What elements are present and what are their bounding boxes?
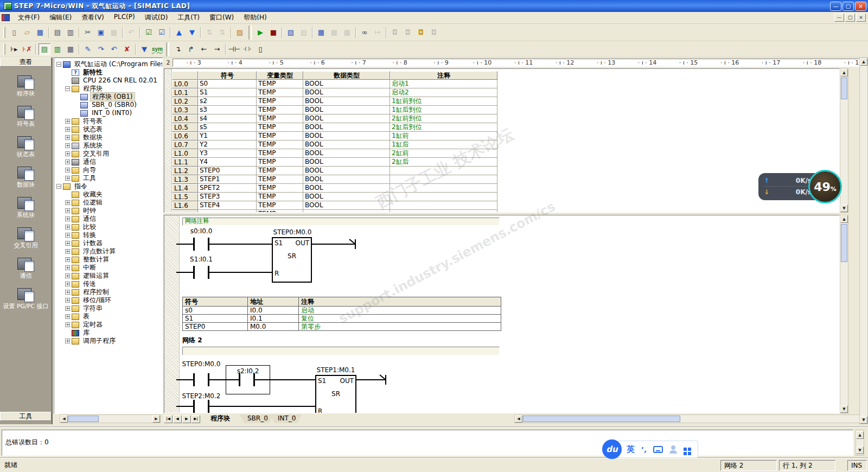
row-header[interactable]: L0.2	[172, 97, 198, 106]
cell-var_type[interactable]: TEMP	[257, 106, 303, 114]
lock-password-icon[interactable]: ◘	[415, 27, 427, 39]
cell-comment[interactable]	[390, 210, 497, 213]
cell-data_type[interactable]: BOOL	[303, 106, 390, 114]
acceleration-percent-dial[interactable]: 49 %	[808, 170, 842, 203]
tree-item[interactable]: +计数器	[56, 239, 162, 247]
expand-plus-icon[interactable]: +	[65, 216, 70, 221]
menu-item-6[interactable]: 窗口(W)	[205, 12, 239, 23]
tree-item[interactable]: +向导	[56, 166, 162, 174]
menu-item-4[interactable]: 调试(D)	[140, 12, 173, 23]
sidebar-item-data-block[interactable]: 数据块	[0, 165, 52, 188]
tree-item[interactable]: +逻辑运算	[56, 272, 162, 280]
ime-logo-icon[interactable]: du	[602, 439, 622, 459]
menu-item-2[interactable]: 查看(V)	[76, 12, 109, 23]
menu-item-0[interactable]: 文件(F)	[13, 12, 44, 23]
cell-comment[interactable]	[390, 193, 497, 201]
run-icon[interactable]: ▶	[254, 27, 266, 39]
tree-item[interactable]: CPU 226 CN REL 02.01	[56, 76, 162, 85]
line-up-icon[interactable]: ↱	[185, 43, 197, 55]
tree-item[interactable]: +整数计算	[56, 256, 162, 264]
download-icon[interactable]: ▼	[186, 27, 198, 39]
cell-comment[interactable]	[390, 167, 497, 175]
expand-plus-icon[interactable]: +	[65, 314, 70, 319]
cell-var_type[interactable]: TEMP	[257, 201, 303, 210]
cell-var_type[interactable]: TEMP	[257, 123, 303, 132]
tree-item[interactable]: +数据块	[56, 133, 162, 142]
ladder-scrollbar[interactable]: ▲ ▼	[840, 215, 848, 413]
cell-symbol[interactable]: SPET2	[198, 184, 257, 193]
cell-comment[interactable]: 2缸前	[390, 149, 497, 158]
contact-s1[interactable]	[193, 266, 209, 279]
cell-symbol[interactable]: STEP3	[198, 193, 257, 201]
cell-symbol[interactable]: Y4	[198, 158, 257, 167]
insert-box-icon[interactable]: ▯	[254, 43, 266, 55]
symbol-table-apply-icon[interactable]: ▼	[138, 43, 150, 55]
expand-plus-icon[interactable]: +	[65, 282, 70, 286]
tree-item[interactable]: 库	[56, 329, 162, 337]
local-variable-table[interactable]: 符号变量类型数据类型注释L0.0S0TEMPBOOL启动1L0.1S1TEMPB…	[164, 68, 840, 213]
expand-plus-icon[interactable]: +	[65, 143, 70, 148]
cell-symbol[interactable]: Y2	[198, 141, 257, 149]
open-file-icon[interactable]: ▱	[21, 27, 33, 39]
scroll-up-icon[interactable]: ▲	[860, 58, 867, 66]
tree-item[interactable]: 程序块 (OB1)	[56, 93, 162, 101]
tree-item[interactable]: +调用子程序	[56, 337, 162, 345]
tree-item[interactable]: 收藏夹	[56, 190, 162, 199]
delete-element-icon[interactable]: ⊦✗	[21, 43, 33, 55]
cell-var_type[interactable]: TEMP	[257, 149, 303, 158]
cell-symbol[interactable]: s3	[198, 106, 257, 114]
bookmark-next-icon[interactable]: ↷	[95, 43, 107, 55]
tree-item[interactable]: +通信	[56, 215, 162, 223]
expand-plus-icon[interactable]: +	[65, 176, 70, 181]
cell-comment[interactable]: 启动1	[390, 80, 497, 88]
expand-plus-icon[interactable]: +	[65, 225, 70, 229]
scroll-up-icon[interactable]: ▲	[840, 69, 848, 76]
row-header[interactable]: L0.6	[172, 132, 198, 141]
status-chart-icon[interactable]: ▦	[315, 27, 327, 39]
tree-item[interactable]: +状态表	[56, 125, 162, 133]
row-header[interactable]: L1.1	[172, 158, 198, 167]
sidebar-item-set-pgpc-interface[interactable]: 设置 PG/PC 接口	[0, 287, 52, 310]
row-header[interactable]: L0.4	[172, 114, 198, 123]
minimize-button[interactable]: —	[830, 2, 841, 11]
tree-item[interactable]: −指令	[56, 182, 162, 190]
scroll-thumb[interactable]	[841, 78, 847, 99]
speed-monitor-widget[interactable]: ↑ 0K/s ↓ 0K/s 49 %	[758, 173, 815, 200]
cell-data_type[interactable]: BOOL	[303, 97, 390, 106]
menu-item-7[interactable]: 帮助(H)	[239, 12, 271, 23]
network2-title[interactable]: 网络 2	[182, 336, 202, 345]
row-header[interactable]: L1.6	[172, 201, 198, 210]
copy-icon[interactable]: ▣	[95, 27, 107, 39]
cell-symbol[interactable]: STEP0	[198, 167, 257, 175]
cell-var_type[interactable]: TEMP	[257, 184, 303, 193]
close-button[interactable]: ×	[855, 2, 866, 11]
ime-punctuation-icon[interactable]: ’,	[641, 445, 647, 454]
stl-view-icon[interactable]: ▥	[52, 43, 63, 55]
cell-comment[interactable]: 启动2	[390, 88, 497, 97]
ime-keyboard-icon[interactable]	[653, 446, 663, 453]
tree-item[interactable]: +表	[56, 312, 162, 321]
program-status-icon[interactable]: ▧	[285, 27, 297, 39]
column-header[interactable]: 注释	[390, 71, 497, 80]
network1-comment-box[interactable]: 网络注释	[182, 218, 500, 226]
scroll-down-icon[interactable]: ▼	[860, 416, 867, 424]
expand-plus-icon[interactable]: +	[65, 233, 70, 238]
cell-var_type[interactable]: TEMP	[257, 80, 303, 88]
cell-comment[interactable]: 1缸后	[390, 141, 497, 149]
cell-var_type[interactable]: TEMP	[257, 158, 303, 167]
tree-item[interactable]: +传送	[56, 280, 162, 288]
cell-data_type[interactable]: BOOL	[303, 141, 390, 149]
sidebar-item-cross-reference[interactable]: 交叉引用	[0, 226, 52, 249]
expand-plus-icon[interactable]: +	[65, 257, 70, 262]
cell-data_type[interactable]: BOOL	[303, 184, 390, 193]
row-header[interactable]: L0.5	[172, 123, 198, 132]
row-header[interactable]: L0.0	[172, 80, 198, 88]
line-down-icon[interactable]: ↴	[172, 43, 184, 55]
column-header[interactable]: 数据类型	[303, 71, 390, 80]
line-right-icon[interactable]: →	[211, 43, 223, 55]
sidebar-item-communications[interactable]: 通信	[0, 257, 52, 279]
output-text-area[interactable]: 总错误数目：0	[2, 430, 853, 456]
bookmark-previous-icon[interactable]: ↶	[108, 43, 120, 55]
sr-box-step1[interactable]: S1 OUT SR R	[315, 375, 356, 413]
cell-comment[interactable]	[390, 175, 497, 184]
